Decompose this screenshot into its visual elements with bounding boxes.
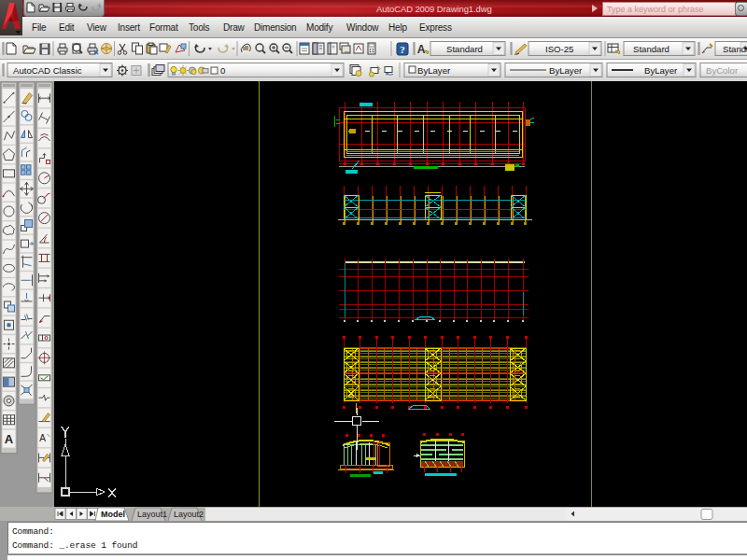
svg-text:Layout1: Layout1 bbox=[137, 510, 167, 519]
svg-text:Layout2: Layout2 bbox=[174, 510, 204, 519]
svg-text:Standard: Standard bbox=[446, 44, 483, 54]
svg-text:AutoCAD Classic: AutoCAD Classic bbox=[13, 65, 82, 76]
svg-text:0: 0 bbox=[220, 65, 225, 76]
svg-text:ByColor: ByColor bbox=[706, 65, 739, 76]
svg-text:ISO-25: ISO-25 bbox=[545, 44, 573, 54]
svg-text:ByLayer: ByLayer bbox=[549, 65, 583, 76]
svg-text:Standard: Standard bbox=[723, 44, 747, 54]
svg-text:A: A bbox=[417, 43, 426, 56]
svg-text:ByLayer: ByLayer bbox=[644, 65, 678, 76]
svg-text:ByLayer: ByLayer bbox=[417, 65, 451, 76]
svg-text:Standard: Standard bbox=[633, 44, 669, 54]
svg-text:A: A bbox=[39, 433, 46, 443]
svg-text:?: ? bbox=[400, 44, 405, 55]
svg-text:A: A bbox=[5, 432, 14, 446]
svg-text:Model: Model bbox=[101, 510, 125, 519]
